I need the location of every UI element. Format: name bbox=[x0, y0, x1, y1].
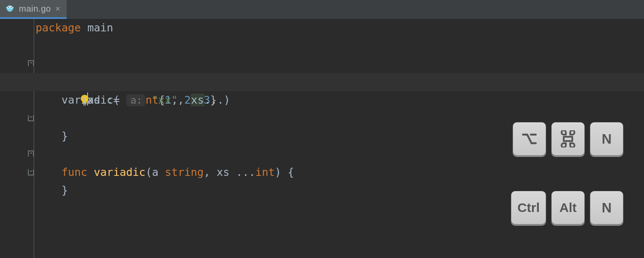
svg-point-5 bbox=[6, 6, 7, 8]
fold-close-icon[interactable] bbox=[28, 115, 34, 121]
highlighted-argument: xs bbox=[191, 94, 204, 106]
option-key-icon bbox=[513, 122, 546, 156]
call-expression: variadic bbox=[61, 94, 113, 106]
tab-filename: main.go bbox=[19, 4, 51, 14]
code-line-active[interactable]: xs := []int{1, 2, 3} bbox=[0, 73, 644, 91]
svg-point-4 bbox=[11, 6, 12, 7]
svg-point-6 bbox=[13, 6, 14, 8]
command-key-icon bbox=[551, 122, 585, 156]
code-line[interactable]: } bbox=[0, 163, 644, 181]
parameter-hint: a: bbox=[126, 94, 146, 106]
key-ctrl: Ctrl bbox=[511, 191, 546, 224]
tab-main-go[interactable]: main.go × bbox=[0, 0, 67, 19]
key-n: N bbox=[590, 122, 623, 156]
fold-open-icon[interactable] bbox=[28, 150, 34, 157]
go-file-icon bbox=[5, 3, 15, 15]
shortcut-win: Ctrl Alt N bbox=[511, 191, 623, 224]
intention-bulb-icon[interactable] bbox=[39, 76, 52, 89]
key-n: N bbox=[590, 191, 623, 224]
code-line[interactable] bbox=[0, 37, 644, 55]
keyword: package bbox=[36, 22, 81, 34]
code-editor[interactable]: package main func callVariadic() { xs :=… bbox=[0, 19, 644, 258]
code-line[interactable]: package main bbox=[0, 19, 644, 37]
string-literal: "xx" bbox=[152, 94, 178, 106]
editor-tabbar: main.go × bbox=[0, 0, 644, 19]
key-alt: Alt bbox=[551, 191, 585, 224]
svg-point-3 bbox=[8, 6, 9, 7]
fold-close-icon[interactable] bbox=[28, 169, 34, 175]
close-tab-icon[interactable]: × bbox=[55, 4, 61, 13]
shortcut-mac: N bbox=[513, 122, 623, 156]
svg-point-0 bbox=[7, 5, 13, 12]
code-line[interactable]: variadic( a: "xx", xs...) bbox=[0, 91, 644, 109]
identifier: main bbox=[87, 22, 113, 34]
fold-open-icon[interactable] bbox=[28, 60, 34, 66]
code-line[interactable]: func callVariadic() { bbox=[0, 55, 644, 73]
